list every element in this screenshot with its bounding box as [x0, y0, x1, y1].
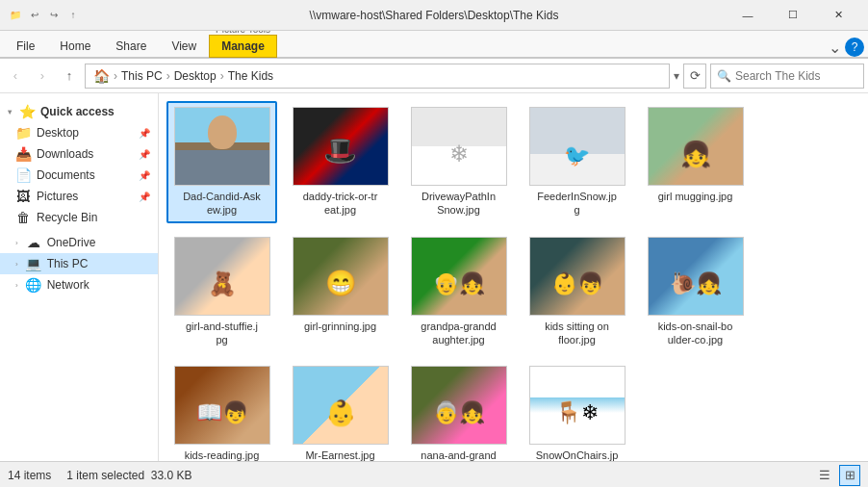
sidebar-item-pictures[interactable]: 🖼 Pictures 📌: [0, 186, 158, 207]
view-details-button[interactable]: ☰: [814, 465, 835, 486]
sidebar-section-quick-access: ▾ ⭐ Quick access 📁 Desktop 📌 📥 Downloads…: [0, 101, 158, 228]
tab-share[interactable]: Share: [103, 34, 159, 57]
file-item-feeder[interactable]: 🐦 FeederInSnow.jpg: [522, 101, 632, 223]
search-box[interactable]: 🔍: [710, 64, 864, 89]
ribbon-tabs: File Home Share View Picture Tools Manag…: [0, 31, 868, 58]
sidebar: ▾ ⭐ Quick access 📁 Desktop 📌 📥 Downloads…: [0, 93, 159, 461]
file-thumb-kids-snail: 🐌👧: [648, 237, 744, 316]
back-button[interactable]: ‹: [4, 64, 27, 88]
address-path[interactable]: 🏠 › This PC › Desktop › The Kids: [85, 64, 670, 89]
file-item-earnest[interactable]: 👶 Mr-Earnest.jpg: [285, 360, 396, 461]
file-thumb-daddy-trick: 🎩: [293, 107, 389, 186]
file-name-earnest: Mr-Earnest.jpg: [305, 449, 374, 461]
close-button[interactable]: ✕: [816, 0, 860, 31]
documents-pin-icon: 📌: [139, 170, 150, 181]
file-thumb-grandpa: 👴👧: [411, 237, 507, 316]
file-thumb-snow-chairs: 🪑❄: [529, 366, 625, 445]
main-content: ▾ ⭐ Quick access 📁 Desktop 📌 📥 Downloads…: [0, 93, 868, 461]
sidebar-item-quick-access[interactable]: ▾ ⭐ Quick access: [0, 101, 158, 122]
file-item-driveway[interactable]: ❄ DrivewayPathInSnow.jpg: [403, 101, 514, 223]
sidebar-item-network[interactable]: › 🌐 Network: [0, 274, 158, 295]
file-name-kids-sitting: kids sitting onfloor.jpg: [545, 320, 609, 347]
this-pc-expand-icon: ›: [15, 260, 18, 269]
files-grid: Dad-Candid-Askew.jpg 🎩 daddy-trick-or-tr…: [166, 101, 860, 461]
pictures-icon: 🖼: [15, 189, 31, 204]
sidebar-item-documents[interactable]: 📄 Documents 📌: [0, 165, 158, 186]
file-item-girl-stuffie[interactable]: 🧸 girl-and-stuffie.jpg: [166, 231, 277, 353]
redo-icon[interactable]: ↪: [46, 8, 62, 23]
sidebar-label-documents: Documents: [37, 168, 95, 182]
path-desktop[interactable]: Desktop: [174, 69, 217, 83]
path-this-pc[interactable]: This PC: [121, 69, 163, 83]
status-selected: 1 item selected 33.0 KB: [66, 469, 191, 482]
recycle-bin-icon: 🗑: [15, 210, 31, 225]
file-name-girl-mugging: girl mugging.jpg: [658, 190, 733, 203]
onedrive-icon: ☁: [26, 235, 41, 250]
pictures-pin-icon: 📌: [139, 192, 150, 202]
quick-access-icon: ⭐: [19, 104, 35, 119]
file-name-driveway: DrivewayPathInSnow.jpg: [421, 190, 496, 218]
network-expand-icon: ›: [15, 281, 18, 290]
maximize-button[interactable]: ☐: [771, 0, 815, 31]
path-the-kids[interactable]: The Kids: [228, 69, 273, 83]
file-name-snow-chairs: SnowOnChairs.jpg: [536, 449, 619, 461]
view-large-icons-button[interactable]: ⊞: [839, 465, 860, 486]
file-thumb-earnest: 👶: [293, 366, 389, 445]
file-item-kids-snail[interactable]: 🐌👧 kids-on-snail-boulder-co.jpg: [640, 231, 751, 353]
file-item-kids-sitting[interactable]: 👶👦 kids sitting onfloor.jpg: [522, 231, 632, 353]
address-dropdown-icon[interactable]: ▾: [674, 69, 679, 83]
sidebar-label-this-pc: This PC: [47, 257, 89, 270]
file-thumb-girl-stuffie: 🧸: [174, 237, 270, 316]
file-item-kids-reading[interactable]: 📖👦 kids-reading.jpg: [166, 360, 277, 461]
minimize-button[interactable]: —: [726, 0, 770, 31]
file-name-kids-snail: kids-on-snail-boulder-co.jpg: [658, 320, 733, 347]
file-item-grandpa[interactable]: 👴👧 grandpa-granddaughter.jpg: [403, 231, 514, 353]
file-name-nana: nana-and-granddaughter.jpg: [421, 449, 496, 461]
sidebar-label-pictures: Pictures: [37, 190, 78, 203]
file-thumb-driveway: ❄: [411, 107, 507, 186]
sidebar-item-onedrive[interactable]: › ☁ OneDrive: [0, 232, 158, 253]
tab-manage[interactable]: Manage: [209, 35, 277, 58]
search-input[interactable]: [735, 69, 868, 83]
sidebar-item-downloads[interactable]: 📥 Downloads 📌: [0, 143, 158, 165]
forward-button[interactable]: ›: [31, 64, 54, 88]
file-thumb-girl-grinning: 😁: [293, 237, 389, 316]
status-bar: 14 items 1 item selected 33.0 KB ☰ ⊞: [0, 461, 868, 487]
ribbon-expand-icon[interactable]: ⌄: [829, 38, 841, 57]
file-thumb-feeder: 🐦: [529, 107, 625, 186]
downloads-icon: 📥: [15, 146, 31, 162]
file-thumb-girl-mugging: 👧: [648, 107, 744, 186]
search-icon: 🔍: [717, 69, 731, 83]
desktop-icon: 📁: [15, 125, 31, 141]
tab-home[interactable]: Home: [47, 34, 103, 57]
file-name-feeder: FeederInSnow.jpg: [537, 190, 617, 218]
up-icon[interactable]: ↑: [65, 8, 81, 23]
undo-icon[interactable]: ↩: [27, 8, 42, 23]
ribbon: File Home Share View Picture Tools Manag…: [0, 31, 868, 59]
file-item-girl-grinning[interactable]: 😁 girl-grinning.jpg: [285, 231, 396, 353]
file-name-girl-grinning: girl-grinning.jpg: [304, 320, 376, 333]
file-item-girl-mugging[interactable]: 👧 girl mugging.jpg: [640, 101, 751, 223]
file-item-snow-chairs[interactable]: 🪑❄ SnowOnChairs.jpg: [522, 360, 632, 461]
desktop-pin-icon: 📌: [139, 128, 150, 139]
sidebar-item-this-pc[interactable]: › 💻 This PC: [0, 253, 158, 274]
help-button[interactable]: ?: [845, 38, 864, 57]
file-item-daddy-trick[interactable]: 🎩 daddy-trick-or-treat.jpg: [285, 101, 396, 223]
tab-file[interactable]: File: [4, 34, 47, 57]
sidebar-label-downloads: Downloads: [37, 147, 93, 161]
address-home-icon: 🏠: [93, 68, 110, 84]
sidebar-label-quick-access: Quick access: [40, 105, 115, 118]
up-button[interactable]: ↑: [58, 64, 81, 88]
sidebar-label-recycle-bin: Recycle Bin: [37, 211, 97, 224]
sidebar-item-desktop[interactable]: 📁 Desktop 📌: [0, 122, 158, 143]
file-item-dad-candid[interactable]: Dad-Candid-Askew.jpg: [166, 101, 277, 223]
refresh-button[interactable]: ⟳: [683, 64, 706, 89]
files-area: Dad-Candid-Askew.jpg 🎩 daddy-trick-or-tr…: [159, 93, 868, 461]
address-right-icons: ▾: [674, 69, 679, 83]
downloads-pin-icon: 📌: [139, 149, 150, 160]
tab-view[interactable]: View: [159, 34, 209, 57]
sidebar-item-recycle-bin[interactable]: 🗑 Recycle Bin: [0, 207, 158, 228]
quick-access-expand-icon: ▾: [8, 108, 12, 116]
file-item-nana[interactable]: 👵👧 nana-and-granddaughter.jpg: [403, 360, 514, 461]
sidebar-label-desktop: Desktop: [37, 126, 79, 140]
